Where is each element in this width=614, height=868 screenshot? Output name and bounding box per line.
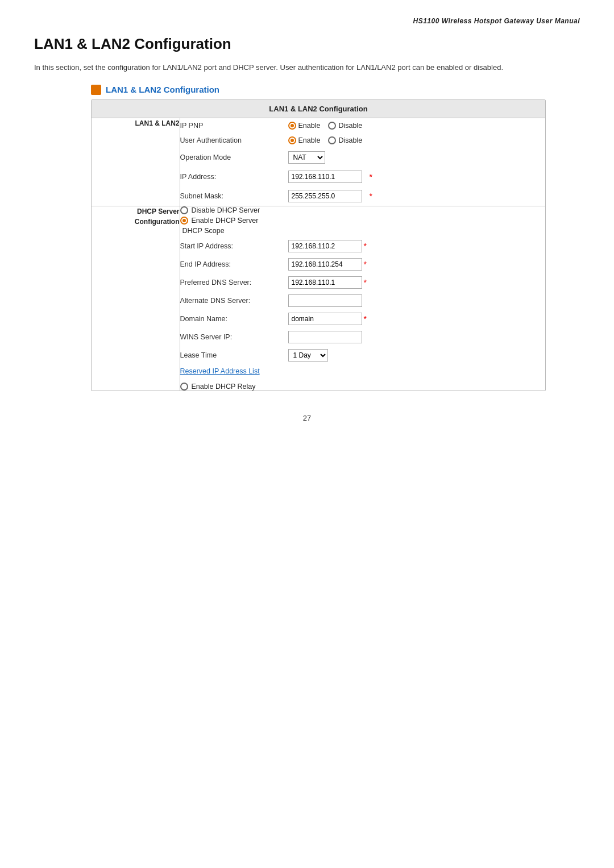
domain-name-input[interactable] xyxy=(288,313,362,325)
dhcp-content: Disable DHCP Server Enable DHCP Server D… xyxy=(180,206,545,391)
operation-mode-select[interactable]: NAT Bridge xyxy=(288,151,325,164)
user-auth-enable-radio[interactable] xyxy=(288,136,296,144)
end-ip-label: End IP Address: xyxy=(180,260,288,268)
disable-dhcp-radio[interactable] xyxy=(180,206,188,214)
ip-pnp-enable-radio[interactable] xyxy=(288,122,296,130)
start-ip-input[interactable] xyxy=(288,240,362,252)
enable-relay-label: Enable DHCP Relay xyxy=(192,383,256,391)
user-auth-radio-group: Enable Disable xyxy=(288,136,363,144)
lan-label: LAN1 & LAN2 xyxy=(92,118,180,206)
dhcp-row: DHCP Server Configuration Disable DHCP S… xyxy=(92,206,545,391)
start-ip-label: Start IP Address: xyxy=(180,242,288,250)
alternate-dns-input[interactable] xyxy=(288,294,362,307)
lan-row: LAN1 & LAN2 IP PNP Enable Disable xyxy=(92,118,545,206)
config-table: LAN1 & LAN2 IP PNP Enable Disable xyxy=(92,118,545,391)
section-icon xyxy=(91,85,101,95)
subnet-mask-row: Subnet Mask: * xyxy=(180,186,546,206)
enable-dhcp-label: Enable DHCP Server xyxy=(192,217,259,225)
preferred-dns-required: * xyxy=(364,278,367,287)
lease-time-label: Lease Time xyxy=(180,351,288,359)
user-auth-enable-label: Enable xyxy=(298,136,321,144)
ip-pnp-enable-option[interactable]: Enable xyxy=(288,122,321,130)
dhcp-label: DHCP Server Configuration xyxy=(92,206,180,391)
enable-relay-radio[interactable] xyxy=(180,383,188,391)
lease-time-row: Lease Time 1 Day 2 Days 1 Week xyxy=(180,346,546,364)
ip-pnp-disable-label: Disable xyxy=(338,122,362,130)
disable-dhcp-row: Disable DHCP Server xyxy=(180,206,546,214)
user-auth-disable-radio[interactable] xyxy=(328,136,336,144)
dhcp-scope-label: DHCP Scope xyxy=(182,227,546,235)
disable-dhcp-label: Disable DHCP Server xyxy=(192,206,260,214)
page-number: 27 xyxy=(34,414,580,422)
end-ip-row: End IP Address: * xyxy=(180,255,546,273)
user-auth-disable-option[interactable]: Disable xyxy=(328,136,362,144)
alternate-dns-row: Alternate DNS Server: xyxy=(180,292,546,310)
domain-name-row: Domain Name: * xyxy=(180,310,546,328)
alternate-dns-label: Alternate DNS Server: xyxy=(180,297,288,305)
user-auth-row: User Authentication Enable Disable xyxy=(180,133,546,148)
domain-name-label: Domain Name: xyxy=(180,315,288,323)
dhcp-label-line1: DHCP Server xyxy=(137,207,179,215)
enable-relay-row: Enable DHCP Relay xyxy=(180,383,546,391)
operation-mode-row: Operation Mode NAT Bridge xyxy=(180,148,546,167)
enable-dhcp-radio[interactable] xyxy=(180,217,188,225)
dhcp-fields: Start IP Address: * End IP Address: * Pr… xyxy=(180,237,546,378)
reserved-ip-row: Reserved IP Address List xyxy=(180,364,546,378)
manual-header: HS1100 Wireless Hotspot Gateway User Man… xyxy=(34,17,580,25)
user-auth-enable-option[interactable]: Enable xyxy=(288,136,321,144)
preferred-dns-input[interactable] xyxy=(288,276,362,289)
ip-address-row: IP Address: * xyxy=(180,167,546,186)
ip-pnp-disable-radio[interactable] xyxy=(328,122,336,130)
enable-dhcp-row: Enable DHCP Server xyxy=(180,217,546,225)
subnet-mask-label: Subnet Mask: xyxy=(180,192,283,200)
reserved-ip-link[interactable]: Reserved IP Address List xyxy=(180,367,260,375)
start-ip-required: * xyxy=(364,242,367,251)
preferred-dns-row: Preferred DNS Server: * xyxy=(180,273,546,292)
user-auth-disable-label: Disable xyxy=(338,136,362,144)
wins-server-input[interactable] xyxy=(288,331,362,343)
lease-time-select[interactable]: 1 Day 2 Days 1 Week xyxy=(288,349,328,362)
end-ip-required: * xyxy=(364,260,367,269)
ip-pnp-label: IP PNP xyxy=(180,122,283,130)
ip-pnp-enable-label: Enable xyxy=(298,122,321,130)
ip-address-label: IP Address: xyxy=(180,173,283,181)
wins-server-label: WINS Server IP: xyxy=(180,333,288,341)
ip-address-input[interactable] xyxy=(288,171,362,183)
user-auth-label: User Authentication xyxy=(180,136,283,144)
manual-title: HS1100 Wireless Hotspot Gateway User Man… xyxy=(413,17,580,25)
section-heading: LAN1 & LAN2 Configuration xyxy=(91,85,580,95)
ip-address-required: * xyxy=(370,172,372,181)
operation-mode-label: Operation Mode xyxy=(180,153,283,161)
intro-text: In this section, set the configuration f… xyxy=(34,62,580,73)
lan-content: IP PNP Enable Disable User Auth xyxy=(180,118,545,206)
ip-pnp-radio-group: Enable Disable xyxy=(288,122,363,130)
start-ip-row: Start IP Address: * xyxy=(180,237,546,255)
wins-server-row: WINS Server IP: xyxy=(180,328,546,346)
section-heading-label: LAN1 & LAN2 Configuration xyxy=(106,85,219,94)
dhcp-label-line2: Configuration xyxy=(135,218,180,226)
table-title: LAN1 & LAN2 Configuration xyxy=(92,100,545,118)
preferred-dns-label: Preferred DNS Server: xyxy=(180,279,288,286)
end-ip-input[interactable] xyxy=(288,258,362,271)
config-table-wrapper: LAN1 & LAN2 Configuration LAN1 & LAN2 IP… xyxy=(91,99,546,391)
subnet-mask-input[interactable] xyxy=(288,190,362,202)
domain-name-required: * xyxy=(364,314,367,323)
ip-pnp-row: IP PNP Enable Disable xyxy=(180,118,546,133)
page-title: LAN1 & LAN2 Configuration xyxy=(34,35,580,53)
ip-pnp-disable-option[interactable]: Disable xyxy=(328,122,362,130)
subnet-mask-required: * xyxy=(370,192,372,201)
